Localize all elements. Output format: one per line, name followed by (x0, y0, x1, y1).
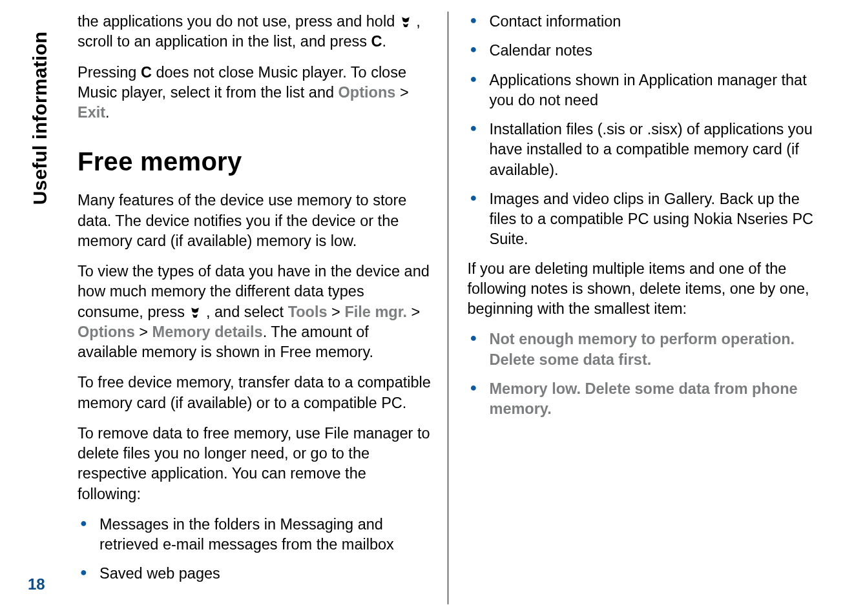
paragraph-apps-close: the applications you do not use, press a… (78, 12, 432, 52)
paragraph-deleting-multiple: If you are deleting multiple items and o… (468, 259, 822, 320)
bullet-list-left: Messages in the folders in Messaging and… (78, 515, 432, 584)
warning-text: Memory low. Delete some data from phone … (490, 380, 798, 417)
text: , and select (206, 303, 288, 320)
list-item: Applications shown in Application manage… (468, 70, 822, 111)
bullet-list-right: Contact information Calendar notes Appli… (468, 12, 822, 250)
key-c: C (371, 33, 382, 50)
separator: > (135, 323, 152, 340)
text: . (105, 104, 110, 121)
separator: > (395, 84, 408, 101)
menu-exit: Exit (78, 104, 105, 121)
paragraph-view-types: To view the types of data you have in th… (78, 262, 432, 362)
menu-key-icon (399, 15, 412, 28)
heading-free-memory: Free memory (78, 145, 432, 179)
paragraph-remove-data: To remove data to free memory, use File … (78, 424, 432, 504)
page-number: 18 (28, 575, 45, 593)
menu-options: Options (78, 323, 135, 340)
separator: > (407, 303, 420, 320)
warning-text: Not enough memory to perform operation. … (490, 331, 795, 367)
side-tab: Useful information (22, 12, 58, 225)
left-column: the applications you do not use, press a… (65, 12, 448, 604)
list-item: Contact information (468, 12, 822, 32)
menu-memory-details: Memory details (152, 323, 263, 340)
menu-file-mgr: File mgr. (344, 303, 407, 320)
paragraph-memory-intro: Many features of the device use memory t… (78, 190, 432, 251)
right-column: Contact information Calendar notes Appli… (448, 12, 829, 604)
list-item: Not enough memory to perform operation. … (468, 329, 822, 370)
text: Pressing (78, 64, 141, 81)
menu-key-icon (189, 306, 202, 319)
text: . (382, 33, 387, 50)
list-item: Memory low. Delete some data from phone … (468, 379, 822, 420)
two-column-layout: the applications you do not use, press a… (65, 12, 828, 604)
list-item: Calendar notes (468, 41, 822, 61)
separator: > (328, 303, 345, 320)
list-item: Installation files (.sis or .sisx) of ap… (468, 119, 822, 180)
text: the applications you do not use, press a… (78, 13, 399, 30)
paragraph-music-player: Pressing C does not close Music player. … (78, 63, 432, 123)
list-item: Images and video clips in Gallery. Back … (468, 189, 822, 250)
document-page: Useful information 18 the applications y… (0, 0, 854, 616)
key-c: C (141, 64, 152, 81)
side-tab-label: Useful information (29, 32, 51, 205)
menu-options: Options (338, 84, 396, 101)
warning-list: Not enough memory to perform operation. … (468, 329, 822, 419)
list-item: Saved web pages (78, 564, 432, 584)
menu-tools: Tools (288, 303, 328, 320)
list-item: Messages in the folders in Messaging and… (78, 515, 432, 555)
paragraph-transfer-data: To free device memory, transfer data to … (78, 373, 432, 413)
